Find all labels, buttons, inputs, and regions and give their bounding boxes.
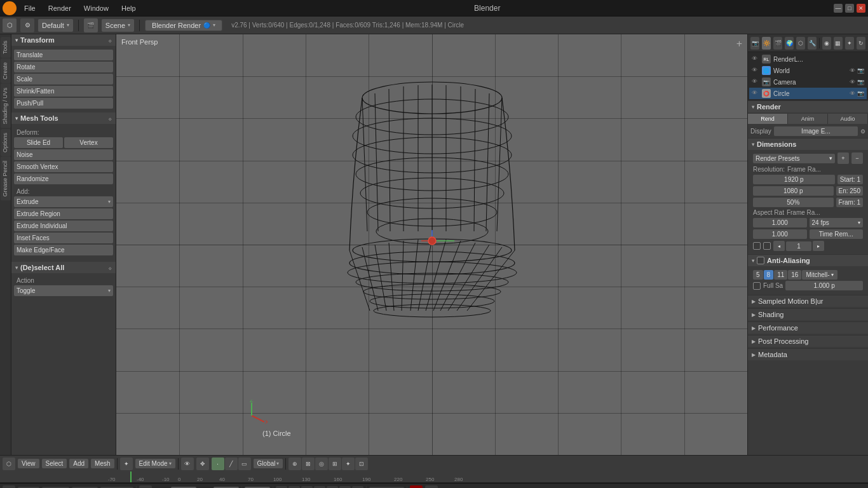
tools-icon[interactable]: ✦: [342, 458, 355, 470]
menu-file[interactable]: File: [19, 3, 41, 13]
render-engine-dropdown[interactable]: Blender Render 🔵 ▾: [145, 20, 222, 31]
jump-start-btn[interactable]: ⏮: [276, 486, 287, 489]
shrink-fatten-button[interactable]: Shrink/Fatten: [14, 86, 113, 97]
renderlayer-item[interactable]: 👁 RL RenderL...: [749, 53, 867, 65]
dimensions-section-header[interactable]: ▾ Dimensions: [748, 138, 868, 150]
physics-props-icon[interactable]: ↻: [857, 37, 865, 50]
display-options-btn[interactable]: ⚙: [860, 128, 865, 135]
vertex-button[interactable]: Vertex: [64, 137, 113, 148]
sampled-motion-header[interactable]: ▶ Sampled Motion B|ur: [748, 295, 868, 307]
world-eye[interactable]: 👁: [752, 67, 759, 74]
deselect-section-header[interactable]: ▾ (De)select All ⬦: [11, 262, 116, 273]
transform-section-header[interactable]: ▾ Transform ⬦: [11, 34, 116, 46]
menu-window[interactable]: Window: [79, 3, 114, 13]
maximize-button[interactable]: □: [845, 4, 854, 13]
scene-props-icon[interactable]: 🎬: [773, 37, 782, 50]
extrude-individual-button[interactable]: Extrude Individual: [14, 220, 113, 231]
extrude-region-button[interactable]: Extrude Region: [14, 208, 113, 219]
tab-anim[interactable]: Anim: [788, 114, 828, 124]
global-dropdown[interactable]: Global ▾: [254, 459, 283, 468]
add-menu-btn[interactable]: Add: [69, 459, 88, 468]
camera-eye[interactable]: 👁: [752, 78, 759, 86]
view3d-icon[interactable]: ⬡: [3, 18, 17, 32]
start-frame-field[interactable]: Start: 1: [837, 175, 863, 184]
aa-filter-val[interactable]: 1.000 p: [785, 281, 863, 290]
res-x-field[interactable]: 1920 p: [753, 175, 835, 184]
snap-icon[interactable]: ⊕: [288, 458, 301, 470]
vb-mode-icon[interactable]: ⬡: [3, 458, 15, 470]
world-props-icon[interactable]: 🌍: [785, 37, 794, 50]
minimize-button[interactable]: —: [834, 4, 843, 13]
slide-edge-button[interactable]: Slide Ed: [14, 137, 63, 148]
camera-item[interactable]: 👁 📷 Camera 👁 📷: [749, 76, 867, 88]
snap-type-icon[interactable]: ⊠: [302, 458, 315, 470]
object-props-icon[interactable]: ⬡: [796, 37, 805, 50]
tab-rend[interactable]: Rend: [748, 114, 788, 124]
aa-num-5[interactable]: 5: [753, 270, 763, 280]
circle-item[interactable]: 👁 ⭕ Circle 👁 📷: [749, 88, 867, 99]
time-val-prev[interactable]: ◂: [773, 241, 785, 251]
translate-button[interactable]: Translate: [14, 50, 113, 60]
select-menu-btn[interactable]: Select: [42, 459, 67, 468]
randomize-button[interactable]: Randomize: [14, 173, 113, 184]
overlay-icon[interactable]: ⊡: [355, 458, 368, 470]
preset-remove-btn[interactable]: −: [851, 152, 863, 164]
make-edge-face-button[interactable]: Make Edge/Face: [14, 245, 113, 255]
grease-pencil-side-btn[interactable]: Grease Pencil: [1, 157, 11, 201]
aa-num-8[interactable]: 8: [764, 270, 774, 280]
end-frame-field[interactable]: En: 250: [836, 186, 863, 196]
aa-section-header[interactable]: ▾ Anti-Aliasing: [748, 254, 868, 266]
proportional-icon[interactable]: ◎: [315, 458, 328, 470]
play-btn[interactable]: ▶: [314, 486, 325, 489]
mesh-tools-section-header[interactable]: ▾ Mesh Tools ⬦: [11, 112, 116, 124]
close-button[interactable]: ✕: [857, 4, 865, 13]
scene-dropdown[interactable]: Scene ▾: [102, 19, 134, 32]
preset-add-btn[interactable]: +: [837, 152, 849, 164]
view-icon[interactable]: 👁: [181, 458, 194, 470]
scale-button[interactable]: Scale: [14, 74, 113, 85]
vert-select-icon[interactable]: ·: [212, 458, 224, 470]
render-icon[interactable]: 🎬: [84, 18, 98, 32]
relations-side-btn[interactable]: Shading / UVs: [1, 84, 11, 128]
timeline-view-icon[interactable]: ⬡: [3, 485, 15, 489]
edge-select-icon[interactable]: ╱: [225, 458, 238, 470]
asp-x-field[interactable]: 1.000: [753, 218, 807, 227]
time-val-field[interactable]: 1: [786, 241, 811, 251]
extrude-dropdown[interactable]: Extrude ▾: [14, 196, 113, 207]
fps-field[interactable]: 24 fps ▾: [810, 218, 864, 227]
particles-props-icon[interactable]: ✦: [845, 37, 854, 50]
metadata-header[interactable]: ▶ Metadata: [748, 348, 868, 360]
circle-eye[interactable]: 👁: [752, 90, 759, 97]
aa-num-11[interactable]: 11: [774, 270, 787, 280]
render-section-header[interactable]: ▾ Render: [748, 100, 868, 112]
checkbox2[interactable]: [763, 242, 771, 250]
material-props-icon[interactable]: ◉: [822, 37, 831, 50]
full-sample-cb[interactable]: [753, 282, 761, 290]
viewport-3d[interactable]: X Z Front Persp + (1) Circle: [116, 34, 747, 455]
pivot-icon[interactable]: ✥: [196, 458, 209, 470]
inset-faces-button[interactable]: Inset Faces: [14, 233, 113, 243]
options-side-btn[interactable]: Options: [1, 129, 11, 156]
shading-header[interactable]: ▶ Shading: [748, 308, 868, 320]
time-rem-field[interactable]: Time Rem...: [810, 229, 864, 239]
current-frame-field[interactable]: Fram: 1: [836, 198, 863, 207]
render-presets-field[interactable]: Render Presets ▾: [753, 154, 835, 163]
mirror-icon[interactable]: ⊞: [329, 458, 341, 470]
render-props-icon[interactable]: 📷: [750, 37, 759, 50]
viewport-add-button[interactable]: +: [736, 38, 742, 50]
modifier-props-icon[interactable]: 🔧: [808, 37, 817, 50]
toggle-dropdown[interactable]: Toggle ▾: [14, 285, 113, 296]
menu-render[interactable]: Render: [43, 3, 76, 13]
layout-dropdown[interactable]: Default ▾: [38, 19, 73, 32]
render-settings-icon[interactable]: 🔆: [762, 37, 771, 50]
tab-audio[interactable]: Audio: [828, 114, 868, 124]
aa-filter-dropdown[interactable]: Mitchell- ▾: [802, 270, 837, 280]
prev-keyframe-btn[interactable]: ⏪: [288, 486, 300, 489]
object-mode-icon[interactable]: ✦: [120, 458, 133, 470]
checkbox1[interactable]: [753, 242, 761, 250]
aa-num-16[interactable]: 16: [788, 270, 801, 280]
push-pull-button[interactable]: Push/Pull: [14, 98, 113, 109]
noise-button[interactable]: Noise: [14, 149, 113, 160]
record-btn[interactable]: ⏺: [410, 485, 423, 489]
renderlayer-eye[interactable]: 👁: [752, 55, 759, 63]
